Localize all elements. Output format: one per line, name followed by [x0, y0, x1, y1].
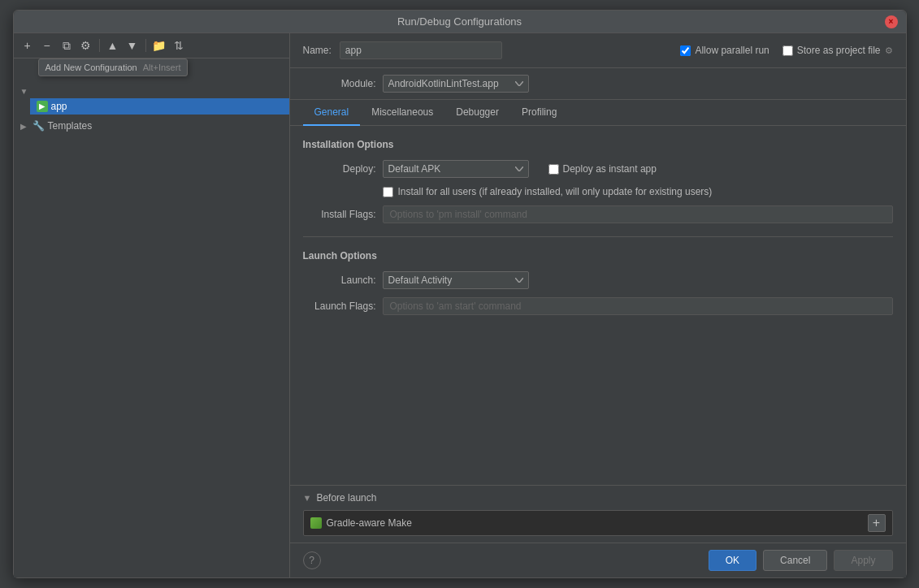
deploy-label: Deploy: [303, 163, 376, 175]
launch-section-title: Launch Options [303, 250, 893, 262]
before-launch-title: Before launch [316, 492, 376, 504]
tree-item-templates[interactable]: ▶ 🔧 Templates [14, 118, 289, 134]
move-up-button[interactable]: ▲ [104, 37, 122, 54]
header-options: Allow parallel run Store as project file… [680, 45, 892, 56]
config-body: Installation Options Deploy: Default APK… [290, 126, 906, 485]
templates-label: Templates [48, 120, 93, 132]
ok-button[interactable]: OK [709, 550, 756, 571]
main-content: + − ⧉ ⚙ ▲ ▼ 📁 ⇅ Add New Configuration Al… [14, 33, 906, 577]
tab-miscellaneous[interactable]: Miscellaneous [360, 100, 444, 126]
module-label: Module: [303, 78, 376, 89]
allow-parallel-label: Allow parallel run [695, 45, 769, 56]
add-config-tooltip: Add New Configuration Alt+Insert [38, 58, 189, 76]
folder-button[interactable]: 📁 [150, 37, 168, 54]
tooltip-text: Add New Configuration [46, 63, 137, 72]
name-label: Name: [303, 45, 332, 56]
tree-item-app[interactable]: ▶ app [30, 98, 289, 115]
store-as-project-row: Store as project file ⚙ [782, 45, 893, 56]
separator [99, 39, 100, 52]
allow-parallel-checkbox[interactable] [680, 45, 691, 56]
allow-parallel-row: Allow parallel run [680, 45, 769, 56]
separator2 [145, 39, 146, 52]
gradle-make-label: Gradle-aware Make [327, 517, 412, 529]
install-all-users-checkbox[interactable] [383, 187, 393, 197]
right-panel: Name: Allow parallel run Store as projec… [290, 33, 906, 577]
run-debug-dialog: Run/Debug Configurations × + − ⧉ ⚙ ▲ ▼ 📁… [13, 10, 907, 578]
add-config-button[interactable]: + [19, 37, 37, 54]
name-input[interactable] [340, 41, 502, 59]
left-panel: + − ⧉ ⚙ ▲ ▼ 📁 ⇅ Add New Configuration Al… [14, 33, 290, 577]
tooltip-shortcut: Alt+Insert [143, 63, 181, 72]
launch-select[interactable]: Default Activity Specified Activity Noth… [383, 271, 529, 289]
tree-group: ▶ app [14, 98, 289, 115]
store-as-project-checkbox[interactable] [782, 45, 793, 56]
module-row: Module: AndroidKotlinLintTest.app [290, 68, 906, 100]
footer: ? OK Cancel Apply [290, 543, 906, 577]
gradle-make-item: Gradle-aware Make [310, 517, 412, 529]
left-toolbar: + − ⧉ ⚙ ▲ ▼ 📁 ⇅ [14, 33, 289, 58]
config-header: Name: Allow parallel run Store as projec… [290, 33, 906, 68]
install-flags-row: Install Flags: [303, 205, 893, 223]
launch-flags-input[interactable] [383, 297, 893, 315]
install-all-users-label: Install for all users (if already instal… [398, 186, 713, 197]
settings-button[interactable]: ⚙ [77, 37, 95, 54]
tree-arrow: ▼ [20, 87, 30, 96]
before-launch-section: ▼ Before launch Gradle-aware Make + [290, 485, 906, 543]
remove-config-button[interactable]: − [38, 37, 56, 54]
launch-label: Launch: [303, 275, 376, 286]
installation-section-title: Installation Options [303, 139, 893, 150]
templates-arrow: ▶ [20, 122, 30, 131]
config-tree: Add New Configuration Alt+Insert ▼ ▶ app [14, 58, 289, 577]
launch-flags-row: Launch Flags: [303, 297, 893, 315]
before-launch-arrow: ▼ [303, 493, 312, 503]
help-button[interactable]: ? [303, 551, 321, 569]
close-button[interactable]: × [885, 15, 898, 28]
deploy-instant-row: Deploy as instant app [548, 163, 657, 175]
app-item-label: app [51, 101, 67, 112]
tree-expand-row: ▼ [14, 84, 289, 98]
deploy-instant-checkbox[interactable] [548, 164, 559, 175]
section-divider [303, 236, 893, 237]
templates-icon: 🔧 [33, 120, 45, 132]
install-all-users-row: Install for all users (if already instal… [303, 186, 893, 197]
module-select[interactable]: AndroidKotlinLintTest.app [383, 75, 529, 93]
deploy-instant-label: Deploy as instant app [563, 163, 657, 175]
install-flags-input[interactable] [383, 205, 893, 223]
sort-button[interactable]: ⇅ [170, 37, 188, 54]
gradle-icon [310, 517, 322, 529]
tab-general[interactable]: General [303, 100, 361, 126]
title-bar: Run/Debug Configurations × [14, 11, 906, 33]
install-flags-label: Install Flags: [303, 209, 376, 220]
tab-debugger[interactable]: Debugger [444, 100, 510, 126]
before-launch-add-button[interactable]: + [868, 514, 886, 532]
store-as-project-label: Store as project file [797, 45, 881, 56]
settings-gear-icon: ⚙ [885, 45, 893, 56]
tabs-bar: General Miscellaneous Debugger Profiling [290, 100, 906, 126]
apply-button[interactable]: Apply [834, 550, 892, 571]
cancel-button[interactable]: Cancel [763, 550, 827, 571]
copy-config-button[interactable]: ⧉ [58, 37, 76, 54]
deploy-row: Deploy: Default APK APK from app bundle … [303, 160, 893, 178]
dialog-title: Run/Debug Configurations [397, 15, 522, 28]
launch-flags-label: Launch Flags: [303, 300, 376, 312]
before-launch-header: ▼ Before launch [303, 492, 893, 504]
tab-profiling[interactable]: Profiling [510, 100, 568, 126]
launch-row: Launch: Default Activity Specified Activ… [303, 271, 893, 289]
before-launch-list: Gradle-aware Make + [303, 510, 893, 536]
deploy-select[interactable]: Default APK APK from app bundle Nothing [383, 160, 529, 178]
app-run-icon: ▶ [37, 101, 48, 112]
move-down-button[interactable]: ▼ [124, 37, 141, 54]
